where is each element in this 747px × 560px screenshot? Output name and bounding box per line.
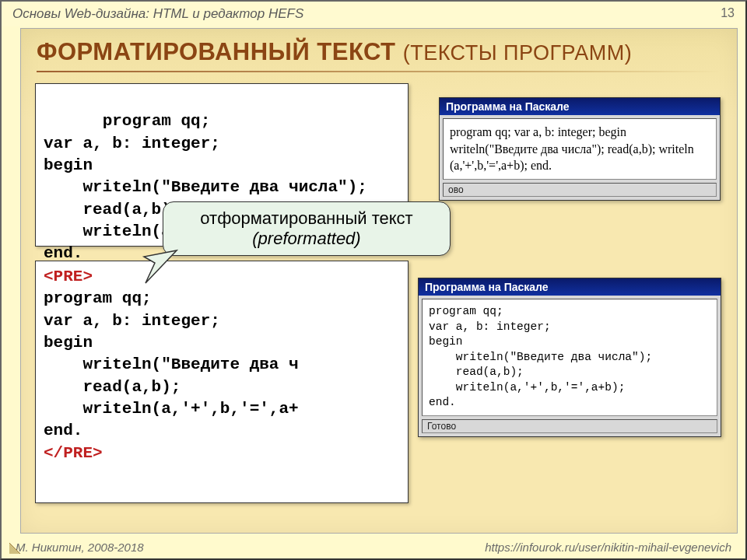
window-body: program qq; var a, b: integer; begin wri…: [443, 118, 717, 180]
window-status: ово: [443, 183, 717, 197]
window-body: program qq; var a, b: integer; begin wri…: [422, 299, 717, 416]
footer: М. Никитин, 2008-2018 https://infourok.r…: [2, 535, 745, 558]
title-sub: (ТЕКСТЫ ПРОГРАММ): [403, 41, 633, 65]
topbar: Основы Web-дизайна: HTML и редактор HEFS…: [2, 2, 745, 26]
title-main: ФОРМАТИРОВАННЫЙ ТЕКСТ: [37, 38, 396, 65]
code-pre-text: program qq; var a, b: integer; begin wri…: [44, 289, 299, 439]
divider: [37, 71, 721, 72]
browser-window-plain: Программа на Паскале program qq; var a, …: [439, 97, 721, 201]
callout-line2: (preformatted): [179, 229, 434, 249]
page-number: 13: [721, 6, 735, 22]
code-box-pre: <PRE> program qq; var a, b: integer; beg…: [35, 261, 409, 503]
callout-tail-icon: [139, 249, 186, 296]
source-url: https://infourok.ru/user/nikitin-mihail-…: [485, 541, 731, 554]
slide: Основы Web-дизайна: HTML и редактор HEFS…: [0, 0, 747, 560]
subject: Основы Web-дизайна: HTML и редактор HEFS: [12, 6, 303, 22]
slide-title: ФОРМАТИРОВАННЫЙ ТЕКСТ (ТЕКСТЫ ПРОГРАММ): [21, 29, 737, 69]
window-titlebar: Программа на Паскале: [440, 98, 720, 115]
window-titlebar: Программа на Паскале: [419, 278, 721, 296]
callout-line1: отформатированный текст: [179, 208, 434, 229]
browser-window-pre: Программа на Паскале program qq; var a, …: [418, 278, 721, 437]
pre-open-tag: <PRE>: [44, 268, 93, 285]
window-status: Готово: [422, 419, 717, 433]
author: М. Никитин, 2008-2018: [16, 541, 144, 554]
content-area: ФОРМАТИРОВАННЫЙ ТЕКСТ (ТЕКСТЫ ПРОГРАММ) …: [20, 28, 738, 534]
corner-fold-icon: [9, 543, 20, 554]
callout-bubble: отформатированный текст (preformatted): [163, 201, 451, 256]
pre-close-tag: </PRE>: [44, 444, 103, 462]
